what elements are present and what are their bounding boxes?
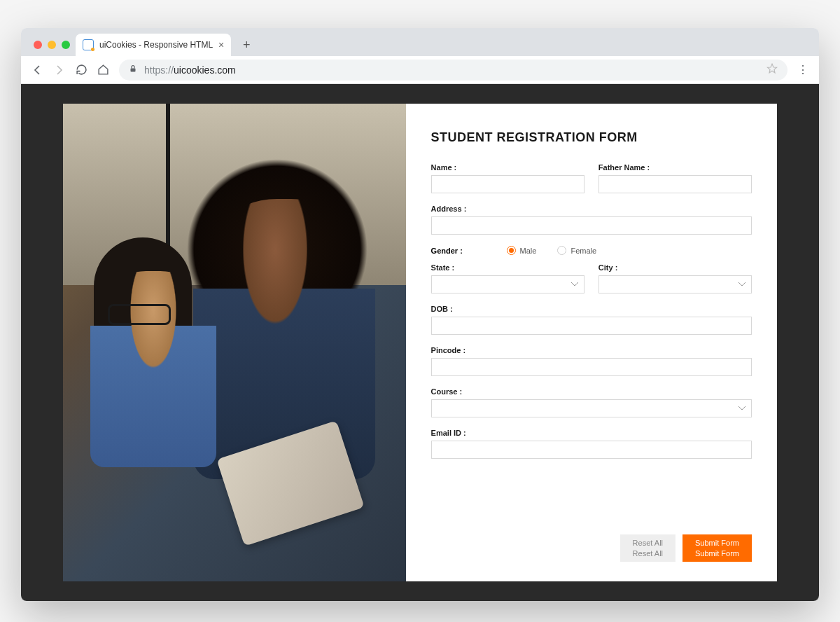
gender-label: Gender : (431, 247, 507, 255)
name-input[interactable] (431, 175, 584, 193)
pincode-label: Pincode : (431, 346, 752, 354)
svg-rect-0 (131, 69, 136, 72)
email-input[interactable] (431, 441, 752, 459)
tab-bar: uiCookies - Responsive HTML × + (21, 28, 819, 56)
father-name-input[interactable] (598, 175, 752, 193)
email-label: Email ID : (431, 429, 752, 437)
gender-male-radio[interactable]: Male (507, 246, 537, 255)
tab-title: uiCookies - Responsive HTML (99, 40, 213, 50)
form-title: STUDENT REGISTRATION FORM (431, 130, 752, 145)
dob-input[interactable] (431, 317, 752, 335)
window-close-button[interactable] (34, 41, 42, 49)
course-select[interactable] (431, 399, 752, 417)
browser-menu-button[interactable]: ⋮ (797, 63, 809, 76)
window-controls (28, 41, 76, 56)
lock-icon (129, 64, 137, 76)
city-select[interactable] (598, 275, 752, 293)
reset-button[interactable]: Reset AllReset All (620, 534, 676, 562)
reload-button[interactable] (76, 64, 88, 76)
name-label: Name : (431, 163, 584, 172)
pincode-input[interactable] (431, 358, 752, 376)
page-viewport: STUDENT REGISTRATION FORM Name : Father … (21, 84, 819, 601)
bookmark-star-icon[interactable] (766, 63, 778, 76)
form-panel: STUDENT REGISTRATION FORM Name : Father … (406, 104, 777, 581)
gender-female-radio[interactable]: Female (557, 246, 596, 255)
tab-favicon-icon (83, 39, 94, 50)
url-input[interactable]: https://uicookies.com (119, 60, 788, 81)
back-button[interactable] (31, 64, 43, 76)
window-minimize-button[interactable] (48, 41, 56, 49)
gender-male-label: Male (520, 247, 537, 255)
forward-button[interactable] (53, 64, 66, 76)
gender-female-label: Female (570, 247, 596, 255)
city-label: City : (598, 263, 752, 272)
state-select[interactable] (431, 275, 584, 293)
browser-tab[interactable]: uiCookies - Responsive HTML × (76, 34, 231, 56)
url-text: https://uicookies.com (144, 64, 760, 76)
radio-checked-icon (507, 246, 516, 255)
dob-label: DOB : (431, 305, 752, 313)
state-label: State : (431, 263, 584, 272)
submit-button[interactable]: Submit FormSubmit Form (682, 534, 752, 562)
address-label: Address : (431, 205, 752, 213)
new-tab-button[interactable]: + (237, 35, 256, 55)
radio-unchecked-icon (557, 246, 566, 255)
home-button[interactable] (97, 64, 109, 76)
father-name-label: Father Name : (598, 163, 752, 172)
window-maximize-button[interactable] (62, 41, 70, 49)
tab-close-icon[interactable]: × (218, 39, 224, 50)
hero-image (63, 104, 406, 581)
browser-window: uiCookies - Responsive HTML × + https://… (21, 28, 819, 601)
course-label: Course : (431, 387, 752, 396)
registration-card: STUDENT REGISTRATION FORM Name : Father … (63, 104, 777, 581)
address-bar: https://uicookies.com ⋮ (21, 56, 819, 84)
address-input[interactable] (431, 216, 752, 235)
